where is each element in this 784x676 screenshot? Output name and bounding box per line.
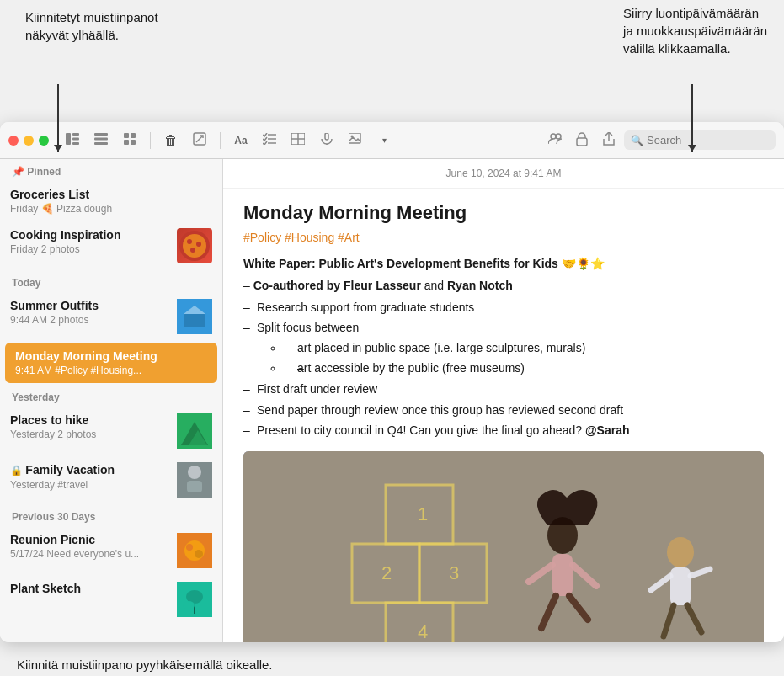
svg-point-23 [551,134,556,139]
note-item-groceries[interactable]: Groceries List Friday 🍕 Pizza dough [0,181,222,221]
note-item-cooking[interactable]: Cooking Inspiration Friday 2 photos [0,221,222,270]
annotation-top-right: Siirry luontipäivämääränja muokkauspäivä… [623,4,767,57]
note-text-monday: Monday Morning Meeting 9:41 AM #Policy #… [15,349,207,376]
section-yesterday: Yesterday [0,385,222,407]
note-text-places: Places to hike Yesterday 2 photos [10,413,170,440]
note-text-family: 🔒 Family Vacation Yesterday #travel [10,462,170,491]
note-content[interactable]: Monday Morning Meeting #Policy #Housing … [223,189,784,642]
note-title-plant: Plant Sketch [10,582,170,595]
sidebar-icon [66,133,79,148]
note-meta-family: Yesterday #travel [10,479,170,491]
grid-icon [124,133,136,148]
media-button[interactable] [344,129,367,152]
note-meta-cooking: Friday 2 photos [10,243,170,255]
compose-button[interactable] [188,129,211,152]
minimize-button[interactable] [24,136,34,146]
note-title-summer: Summer Outfits [10,299,170,312]
note-item-plant[interactable]: Plant Sketch [0,575,222,624]
svg-rect-1 [72,133,79,136]
grid-view-button[interactable] [118,129,141,152]
section-pinned: 📌 Pinned [0,159,222,181]
note-body: White Paper: Public Art's Development Be… [243,254,764,642]
title-bar: 🗑 Aa [0,122,784,159]
note-title-cooking: Cooking Inspiration [10,228,170,242]
note-title-places: Places to hike [10,413,170,427]
svg-rect-6 [94,142,108,145]
note-text-plant: Plant Sketch [10,582,170,597]
list-icon [94,133,108,148]
list-view-button[interactable] [89,129,113,152]
chevron-down-icon: ▾ [382,136,387,145]
separator-2 [220,132,221,149]
note-thumb-cooking [177,228,212,263]
note-item-places[interactable]: Places to hike Yesterday 2 photos [0,407,222,455]
note-tags: #Policy #Housing #Art [243,231,764,244]
share-button[interactable] [597,129,621,152]
svg-text:2: 2 [381,562,392,583]
collaborate-icon [548,133,562,148]
toolbar-right: 🔍 [543,129,776,152]
list-sub-item: art accessible by the public (free museu… [284,358,764,378]
delete-button[interactable]: 🗑 [159,129,183,152]
svg-point-47 [183,601,195,609]
close-button[interactable] [8,136,19,146]
trash-icon: 🗑 [164,133,178,148]
svg-rect-32 [184,314,205,327]
search-input[interactable] [647,134,769,146]
svg-rect-62 [552,554,573,596]
lock-icon [576,132,588,149]
sidebar-toggle-button[interactable] [61,129,84,152]
table-button[interactable] [286,129,310,152]
svg-line-12 [196,136,203,142]
svg-point-28 [187,239,192,244]
audio-icon [320,133,333,148]
svg-text:4: 4 [418,621,428,642]
svg-point-29 [196,242,201,247]
annotation-bottom: Kiinnitä muistiinpano pyyhkäisemällä oik… [17,657,273,672]
audio-button[interactable] [315,129,339,152]
media-icon [349,133,362,148]
list-item: Research support from graduate students [243,297,764,317]
note-title-monday: Monday Morning Meeting [15,349,207,363]
compose-icon [193,132,206,149]
note-thumb-family [177,462,212,498]
app-window: 🗑 Aa [0,122,784,642]
note-item-summer[interactable]: Summer Outfits 9:44 AM 2 photos [0,292,222,341]
separator-1 [150,132,151,149]
note-text-summer: Summer Outfits 9:44 AM 2 photos [10,299,170,326]
note-content-title: Monday Morning Meeting [243,202,764,224]
svg-point-24 [556,134,561,139]
content-area: 📌 Pinned Groceries List Friday 🍕 Pizza d… [0,159,784,642]
traffic-lights [8,136,49,146]
note-meta-groceries: Friday 🍕 Pizza dough [10,203,212,215]
lock-button[interactable] [570,129,594,152]
checklist-button[interactable] [258,129,281,152]
collaborate-button[interactable] [543,129,567,152]
svg-rect-68 [670,567,691,605]
svg-rect-25 [577,138,587,146]
checklist-icon [263,133,276,148]
svg-rect-7 [124,133,129,138]
maximize-button[interactable] [39,136,49,146]
note-meta-summer: 9:44 AM 2 photos [10,314,170,326]
search-box[interactable]: 🔍 [624,130,776,150]
note-item-family[interactable]: 🔒 Family Vacation Yesterday #travel [0,455,222,504]
text-format-button[interactable]: Aa [229,129,253,152]
svg-rect-2 [72,137,79,140]
note-image-inner: 1 2 3 4 5 6 [243,451,764,642]
table-icon [291,133,305,148]
note-item-monday[interactable]: Monday Morning Meeting 9:41 AM #Policy #… [5,343,217,383]
note-heading: White Paper: Public Art's Development Be… [243,257,605,270]
note-title-family: Family Vacation [25,463,115,476]
lock-small-icon: 🔒 [10,465,25,476]
more-button[interactable]: ▾ [372,129,396,152]
note-thumb-reunion [177,533,212,568]
note-item-reunion[interactable]: Reunion Picnic 5/17/24 Need everyone's u… [0,526,222,575]
svg-point-42 [186,544,193,551]
svg-rect-3 [72,142,79,145]
note-meta-places: Yesterday 2 photos [10,428,170,440]
note-text-reunion: Reunion Picnic 5/17/24 Need everyone's u… [10,533,170,560]
svg-text:1: 1 [418,503,428,524]
note-text-groceries: Groceries List Friday 🍕 Pizza dough [10,188,212,215]
annotation-top-left: Kiinnitetyt muistiinpanotnäkyvät ylhääll… [25,8,158,44]
